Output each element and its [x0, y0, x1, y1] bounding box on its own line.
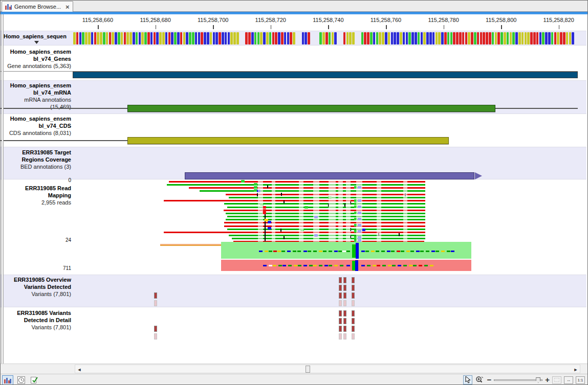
variant-mark[interactable] — [352, 326, 355, 332]
sequence-base — [370, 32, 373, 44]
sequence-base — [183, 32, 186, 44]
sequence-base — [403, 32, 405, 44]
variant-mark[interactable] — [339, 326, 342, 332]
coverage-mismatch-dash — [409, 265, 412, 266]
sequence-base — [144, 32, 147, 44]
coverage-mismatch-dash — [309, 265, 313, 266]
left-panel-divider[interactable] — [2, 14, 4, 364]
sequence-base — [438, 32, 441, 44]
fit-width-button[interactable]: ↔ — [564, 376, 573, 384]
tab-close-icon[interactable]: × — [66, 3, 70, 11]
element-info-view-button[interactable] — [29, 375, 40, 385]
history-view-button[interactable] — [15, 375, 27, 385]
sequence-base — [133, 32, 135, 44]
scrollbar-track[interactable]: ◄ ► — [75, 365, 580, 373]
variant-mark[interactable] — [352, 285, 355, 291]
mrna-baseline — [495, 108, 578, 109]
coverage-mismatch-dash — [269, 251, 272, 252]
variant-mark-faded[interactable] — [352, 333, 355, 339]
tab-genome-browser[interactable]: Genome Browse... × — [2, 1, 73, 12]
coverage-mismatch-dash — [313, 251, 317, 252]
coverage-mismatch-dash — [269, 265, 272, 266]
read-line — [226, 219, 425, 220]
variant-mark[interactable] — [339, 292, 342, 299]
variant-mark[interactable] — [343, 277, 346, 283]
fit-width-icon: ↔ — [567, 378, 571, 382]
coverage-variant-bar — [355, 260, 358, 271]
deletion-line — [265, 214, 266, 241]
sequence-base — [533, 32, 536, 44]
variant-mark-faded[interactable] — [154, 300, 157, 306]
low-coverage-column — [329, 180, 336, 242]
sequence-base — [332, 32, 334, 44]
zoom-slider-track[interactable] — [494, 379, 542, 381]
coverage-mismatch-dash — [342, 251, 346, 252]
sequence-base — [527, 32, 530, 44]
zoom-slider[interactable] — [494, 376, 542, 383]
sequence-base — [147, 32, 150, 44]
sequence-base — [281, 32, 284, 44]
zoom-in-mode-button[interactable] — [475, 375, 484, 384]
sequence-base — [100, 32, 102, 44]
variant-mark[interactable] — [154, 292, 157, 299]
coverage-mismatch-dash — [420, 251, 424, 252]
one-to-one-zoom-button[interactable]: 1:1 — [576, 376, 585, 384]
sequence-base — [572, 32, 574, 44]
zoom-in-button[interactable]: + — [545, 375, 550, 384]
variant-mark[interactable] — [352, 310, 355, 316]
zoom-to-selection-button[interactable] — [552, 376, 561, 384]
coverage-mismatch-dash — [377, 265, 380, 266]
sequence-base — [325, 32, 328, 44]
ruler-tick — [98, 25, 99, 29]
pan-mode-button[interactable] — [463, 375, 472, 384]
read-line — [167, 184, 425, 186]
sequence-base — [79, 32, 82, 44]
variant-mark[interactable] — [339, 318, 342, 324]
variant-mark-faded[interactable] — [339, 333, 342, 339]
variant-mark[interactable] — [352, 292, 355, 299]
variant-mark[interactable] — [352, 277, 355, 283]
sequence-base — [346, 32, 349, 44]
variant-mark[interactable] — [343, 292, 346, 299]
coverage-mismatch-dash — [451, 251, 454, 252]
zoom-slider-thumb[interactable] — [536, 377, 540, 383]
variant-mark[interactable] — [352, 318, 355, 324]
variant-mark-faded[interactable] — [154, 333, 157, 339]
variant-mark-faded[interactable] — [352, 300, 355, 306]
track-view[interactable]: Homo_sapiens_sequen Homo_sapiens_ensem b… — [1, 14, 588, 364]
variant-mark[interactable] — [339, 277, 342, 283]
variant-mark[interactable] — [339, 285, 342, 291]
tracks-canvas[interactable]: 115,258,660115,258,680115,258,700115,258… — [1, 14, 586, 364]
variant-mark[interactable] — [339, 310, 342, 316]
track-list-view-button[interactable] — [2, 375, 13, 385]
variant-mark[interactable] — [154, 326, 157, 332]
bed-region-arrowhead[interactable] — [475, 172, 482, 179]
scrollbar-thumb[interactable] — [306, 366, 310, 373]
variant-mark-faded[interactable] — [339, 300, 342, 306]
horizontal-scrollbar[interactable]: ◄ ► — [1, 364, 587, 374]
bed-region-arrow[interactable] — [185, 172, 474, 179]
variant-mark[interactable] — [343, 310, 346, 316]
coverage-mismatch-dash — [419, 265, 422, 266]
variant-mark[interactable] — [343, 326, 346, 332]
cds-annotation-bar[interactable] — [127, 137, 449, 144]
scroll-left-icon[interactable]: ◄ — [76, 367, 82, 373]
variant-mark[interactable] — [343, 285, 346, 291]
variant-mark-faded[interactable] — [343, 333, 346, 339]
mrna-annotation-bar[interactable] — [127, 105, 495, 112]
read-line — [227, 216, 425, 217]
low-coverage-column — [313, 180, 319, 242]
sequence-base — [290, 32, 292, 44]
variant-mark[interactable] — [343, 318, 346, 324]
sequence-base — [204, 32, 206, 44]
sequence-base — [450, 32, 453, 44]
gene-annotation-bar[interactable] — [73, 72, 578, 78]
sequence-base — [500, 32, 503, 44]
sequence-base — [462, 32, 465, 44]
variant-mark-faded[interactable] — [343, 300, 346, 306]
coverage-mismatch-dash — [293, 251, 296, 252]
sequence-base — [192, 32, 194, 44]
sequence-base — [189, 32, 191, 44]
scroll-right-icon[interactable]: ► — [573, 367, 579, 373]
zoom-out-button[interactable]: − — [487, 375, 491, 384]
